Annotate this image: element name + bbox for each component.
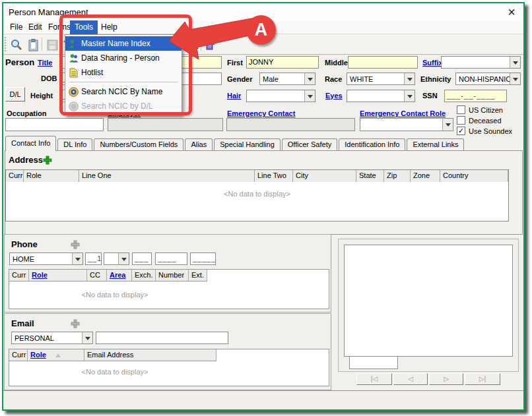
ethnicity-label: Ethnicity — [420, 75, 451, 83]
chevron-down-icon[interactable] — [118, 253, 129, 264]
tab-alias[interactable]: Alias — [185, 138, 213, 151]
add-email-icon[interactable] — [71, 319, 80, 328]
phone-group: Phone HOME __1 ___ ____ _____ Curr Role … — [4, 234, 331, 312]
chevron-down-icon[interactable] — [304, 73, 315, 84]
email-address-input[interactable] — [96, 332, 228, 344]
phone-empty-text: <No data to display> — [16, 291, 214, 299]
nav-previous-button[interactable]: ◁ — [393, 373, 428, 385]
check-icon: ✓ — [458, 127, 464, 134]
phone-number-input[interactable]: _____ — [190, 253, 216, 265]
col-curr[interactable]: Curr — [6, 170, 24, 182]
save-icon[interactable] — [45, 38, 59, 52]
nav-next-button[interactable]: ▷ — [429, 373, 463, 385]
col-number[interactable]: Number — [156, 270, 189, 282]
employer-input[interactable] — [108, 118, 223, 131]
col-line-one[interactable]: Line One — [79, 170, 255, 182]
phone-cc-input[interactable]: __1 — [85, 253, 102, 265]
chevron-down-icon[interactable] — [304, 90, 315, 102]
occupation-label: Occupation — [7, 109, 47, 117]
deceased-checkbox[interactable] — [457, 116, 465, 125]
email-grid-header: Curr Role Email Address — [9, 349, 329, 361]
col-city[interactable]: City — [293, 170, 356, 182]
col-ext[interactable]: Ext. — [189, 270, 207, 282]
phone-grid[interactable]: Curr Role CC Area Exch. Number Ext. <No … — [9, 269, 329, 309]
title-link[interactable]: Title — [38, 59, 52, 67]
add-phone-icon[interactable] — [71, 240, 80, 249]
us-citizen-checkbox[interactable] — [457, 105, 465, 114]
nav-first-button[interactable]: |◁ — [356, 373, 392, 385]
use-soundex-checkbox[interactable]: ✓ — [457, 127, 465, 135]
col-state[interactable]: State — [356, 170, 384, 182]
address-grid[interactable]: Curr Role Line One Line Two City State Z… — [5, 169, 509, 222]
col-exch[interactable]: Exch. — [132, 270, 156, 282]
tab-officer-safety[interactable]: Officer Safety — [282, 138, 337, 151]
phone-grid-header: Curr Role CC Area Exch. Number Ext. — [9, 270, 329, 282]
middle-name-input[interactable] — [348, 56, 418, 69]
phone-section-title: Phone — [11, 239, 38, 249]
clipboard-icon[interactable] — [26, 38, 41, 52]
chevron-down-icon[interactable] — [82, 332, 92, 343]
address-empty-text: <No data to display> — [6, 190, 508, 198]
emergency-contact-link[interactable]: Emergency Contact — [227, 109, 295, 117]
hair-link[interactable]: Hair — [227, 92, 241, 100]
chevron-down-icon[interactable] — [510, 57, 520, 68]
col-line-two[interactable]: Line Two — [255, 170, 293, 182]
col-curr[interactable]: Curr — [9, 349, 28, 361]
email-grid[interactable]: Curr Role Email Address <No data to disp… — [9, 349, 329, 386]
toolbar-grip — [5, 37, 7, 51]
col-zone[interactable]: Zone — [411, 170, 440, 182]
photo-display — [344, 245, 513, 357]
ssn-input[interactable]: ___-__-____ — [444, 90, 507, 102]
phone-area-combo[interactable] — [104, 253, 129, 265]
col-role[interactable]: Role — [24, 170, 79, 182]
col-email-address[interactable]: Email Address — [84, 349, 216, 361]
address-grid-header: Curr Role Line One Line Two City State Z… — [6, 170, 508, 182]
col-country[interactable]: Country — [440, 170, 508, 182]
search-icon[interactable] — [9, 38, 24, 52]
emergency-contact-role-combo[interactable] — [360, 118, 453, 131]
occupation-input[interactable] — [5, 118, 104, 131]
ssn-label: SSN — [422, 92, 438, 100]
col-zip[interactable]: Zip — [384, 170, 411, 182]
person-label: Person — [5, 57, 34, 67]
eyes-link[interactable]: Eyes — [325, 92, 343, 100]
emergency-contact-role-link[interactable]: Emergency Contact Role — [360, 109, 446, 117]
close-icon[interactable]: × — [508, 5, 515, 19]
race-combo[interactable]: WHITE — [347, 73, 415, 85]
tab-identification-info[interactable]: Identification Info — [339, 138, 405, 151]
suffix-link[interactable]: Suffix — [422, 59, 443, 67]
tab-numbers-custom-fields[interactable]: Numbers/Custom Fields — [94, 138, 183, 151]
gender-combo[interactable]: Male — [259, 73, 316, 85]
tab-external-links[interactable]: External Links — [407, 138, 464, 151]
emergency-contact-input[interactable] — [226, 118, 355, 131]
suffix-combo[interactable] — [441, 56, 521, 69]
col-role[interactable]: Role — [29, 270, 87, 282]
tab-special-handling[interactable]: Special Handling — [214, 138, 281, 151]
add-address-icon[interactable] — [43, 156, 52, 165]
eyes-combo[interactable] — [347, 90, 415, 102]
tab-dl-info[interactable]: DL Info — [57, 138, 92, 151]
chevron-down-icon[interactable] — [72, 253, 83, 264]
col-role[interactable]: Role — [28, 349, 84, 361]
chevron-down-icon[interactable] — [404, 73, 415, 84]
ethnicity-combo[interactable]: NON-HISPANIC — [455, 73, 521, 85]
phone-area-input[interactable]: ___ — [132, 253, 152, 265]
tab-contact-info[interactable]: Contact Info — [5, 136, 56, 151]
gender-label: Gender — [227, 75, 253, 83]
chevron-down-icon[interactable] — [510, 73, 520, 84]
col-area[interactable]: Area — [107, 270, 132, 282]
email-empty-text: <No data to display> — [16, 368, 214, 376]
use-soundex-label: Use Soundex — [469, 127, 512, 135]
phone-exchange-input[interactable]: ____ — [155, 253, 187, 265]
hair-combo[interactable] — [246, 90, 316, 102]
middle-label: Middle — [325, 59, 348, 67]
col-curr[interactable]: Curr — [9, 270, 29, 282]
chevron-down-icon[interactable] — [404, 90, 415, 102]
dl-button[interactable]: D/L — [5, 87, 25, 102]
chevron-down-icon[interactable] — [442, 119, 453, 131]
annotation-label-a: A — [246, 15, 276, 45]
col-cc[interactable]: CC — [87, 270, 107, 282]
phone-type-combo[interactable]: HOME — [9, 253, 83, 265]
email-type-combo[interactable]: PERSONAL — [11, 332, 93, 344]
nav-last-button[interactable]: ▷| — [465, 373, 500, 385]
